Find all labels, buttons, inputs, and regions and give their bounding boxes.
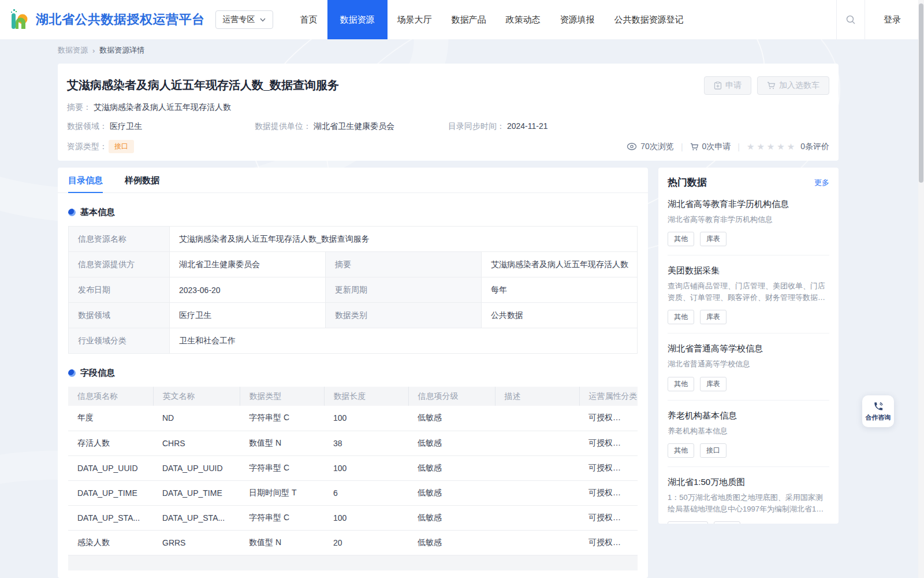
header-right-area: 登录 [836,0,924,39]
info-label: 数据领域 [69,303,170,328]
basic-info-title: 基本信息 [80,207,115,218]
hot-item-tag: 库表 [700,310,726,324]
clipboard-plus-icon [714,81,722,90]
apply-button[interactable]: 申请 [704,76,751,95]
zone-selector-dropdown[interactable]: 运营专区 [215,10,273,29]
field-table-partial-next-row [68,555,638,570]
tab-catalog-info[interactable]: 目录信息 [68,168,103,193]
nav-item-data-resources[interactable]: 数据资源 [327,0,388,39]
resource-meta-row: 数据领域： 医疗卫生 数据提供单位： 湖北省卫生健康委员会 目录同步时间： 20… [67,121,829,132]
add-to-cart-button[interactable]: 加入选数车 [757,76,829,95]
cell: 低敏感 [408,480,495,505]
hot-data-item[interactable]: 湖北省高等教育非学历机构信息 湖北省高等教育非学历机构信息 其他 库表 [668,189,829,255]
hot-item-tag: 接口 [714,521,740,524]
hot-item-tag: 库表 [700,232,726,246]
col-item-grade: 信息项分级 [408,387,495,406]
cell: DATA_UP_UUID [68,455,153,480]
hot-item-tag: 其他 [668,443,694,458]
cell: 可授权运营 [579,530,638,555]
platform-logo-icon [8,8,31,31]
data-domain-label: 数据领域： [67,121,107,131]
cell: 低敏感 [408,505,495,530]
hot-item-desc: 查询店铺商品管理、门店管理、美团收单、门店资质、订单管理、顾客评价、财务管理等数… [668,280,829,303]
reviews-count: 0条评价 [800,142,829,152]
cell: 100 [324,406,408,431]
page-scrollbar [918,0,924,578]
info-value: 湖北省卫生健康委员会 [170,252,326,277]
nav-item-home[interactable]: 首页 [300,0,318,39]
resource-header-card: 艾滋病感染者及病人近五年现存活人数_数据查询服务 申请 加入选数车 摘要： 艾滋… [58,64,839,161]
stat-divider: | [681,142,683,151]
rating-stars: ★★★★★ [747,142,797,152]
search-icon [845,14,856,25]
sync-time-label: 目录同步时间： [448,121,505,131]
sync-time-value: 2024-11-21 [507,121,548,131]
hot-data-item[interactable]: 美团数据采集 查询店铺商品管理、门店管理、美团收单、门店资质、订单管理、顾客评价… [668,255,829,334]
summary-label: 摘要： [67,102,91,112]
search-button[interactable] [836,0,865,39]
info-value: 卫生和社会工作 [170,328,638,354]
hot-item-desc: 养老机构基本信息 [668,425,829,437]
cell: 年度 [68,406,153,431]
basic-info-table: 信息资源名称 艾滋病感染者及病人近五年现存活人数_数据查询服务 信息资源提供方 … [68,226,638,354]
table-row: 行业领域分类 卫生和社会工作 [69,328,638,354]
brand-logo[interactable]: 湖北省公共数据授权运营平台 [8,8,205,31]
scrollbar-thumb[interactable] [919,3,923,183]
table-row: 发布日期 2023-06-20 更新周期 每年 [69,277,638,303]
resource-actions: 申请 加入选数车 [704,76,829,95]
hot-item-tag: 接口 [700,443,726,458]
nav-item-data-products[interactable]: 数据产品 [452,0,486,39]
more-link[interactable]: 更多 [814,177,829,188]
cell [495,406,579,431]
info-value: 艾滋病感染者及病人近五年现存活人数_数据查询服务 [170,227,638,252]
info-label: 行业领域分类 [69,328,170,354]
login-button[interactable]: 登录 [884,14,901,25]
hot-data-item[interactable]: 湖北省普通高等学校信息 湖北省普通高等学校信息 其他 库表 [668,334,829,400]
basic-info-section-header: 基本信息 [68,207,638,218]
cell: 20 [324,530,408,555]
hot-data-item[interactable]: 湖北省1:50万地质图 1：50万湖北省地质图之地理底图、采用国家测绘局基础地理… [668,467,829,524]
zone-selector-label: 运营专区 [223,14,255,25]
resource-summary: 摘要： 艾滋病感染者及病人近五年现存活人数 [67,102,829,113]
resource-bottom-row: 资源类型： 接口 70次浏览 | 0次申请 | ★★★★★ 0条评价 [67,140,829,153]
breadcrumb-separator-icon: › [92,46,95,55]
info-value: 医疗卫生 [170,303,326,328]
info-value: 公共数据 [482,303,638,328]
cell: 数值型 N [240,431,324,455]
resource-stats: 70次浏览 | 0次申请 | ★★★★★ 0条评价 [627,142,829,152]
table-header-row: 信息项名称 英文名称 数据类型 数据长度 信息项分级 描述 运营属性分类 [68,387,638,406]
cart-button-label: 加入选数车 [779,80,819,91]
hot-item-title: 湖北省普通高等学校信息 [668,343,829,354]
hot-item-desc: 湖北省高等教育非学历机构信息 [668,214,829,225]
cell: 低敏感 [408,530,495,555]
table-row: 存活人数CHRS数值型 N38低敏感可授权运营 [68,431,638,455]
cell [495,455,579,480]
col-data-length: 数据长度 [324,387,408,406]
hot-item-tag: 库表 [700,377,726,391]
data-domain-value: 医疗卫生 [110,121,142,131]
cell: 可授权运营 [579,431,638,455]
breadcrumb-data-resources[interactable]: 数据资源 [58,45,88,55]
nav-item-resource-report[interactable]: 资源填报 [560,0,595,39]
table-row: DATA_UP_UUIDDATA_UP_UUID字符串型 C100低敏感可授权运… [68,455,638,480]
cell: ND [153,406,240,431]
resource-type-label: 资源类型： [67,142,107,152]
main-nav: 首页 数据资源 场景大厅 数据产品 政策动态 资源填报 公共数据资源登记 [290,0,694,39]
fields-section-header: 字段信息 [68,368,638,379]
tab-sample-data[interactable]: 样例数据 [125,168,159,193]
catalog-detail-card: 目录信息 样例数据 基本信息 信息资源名称 艾滋病感染者及病人近五年现存活人数_… [58,168,648,578]
breadcrumb-current: 数据资源详情 [99,45,144,55]
info-label: 摘要 [326,252,482,277]
cell: DATA_UP_STA... [68,505,153,530]
section-dot-icon [68,209,76,216]
resource-type-tag: 接口 [109,140,134,153]
cell: 低敏感 [408,431,495,455]
table-row: 信息资源名称 艾滋病感染者及病人近五年现存活人数_数据查询服务 [69,227,638,252]
nav-item-public-data-registration[interactable]: 公共数据资源登记 [614,0,684,39]
cooperation-consult-button[interactable]: 合作咨询 [862,395,894,427]
hot-item-title: 湖北省1:50万地质图 [668,477,829,488]
hot-data-item[interactable]: 养老机构基本信息 养老机构基本信息 其他 接口 [668,401,829,467]
nav-item-policy-news[interactable]: 政策动态 [506,0,541,39]
col-item-name: 信息项名称 [68,387,153,406]
nav-item-scene-hall[interactable]: 场景大厅 [397,0,432,39]
